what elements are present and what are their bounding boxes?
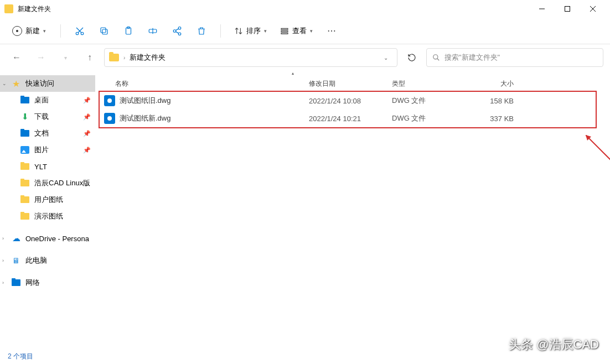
sidebar-item-downloads[interactable]: ⬇ 下载 📌 — [0, 108, 95, 125]
folder-icon — [20, 163, 29, 170]
search-icon — [432, 54, 440, 61]
sidebar-item-thispc[interactable]: › 🖥 此电脑 — [0, 252, 95, 269]
column-size[interactable]: 大小 — [469, 79, 514, 89]
sidebar-item-pictures[interactable]: 图片 📌 — [0, 142, 95, 158]
copy-button[interactable] — [94, 21, 114, 41]
refresh-button[interactable] — [402, 48, 422, 67]
sidebar-item-documents[interactable]: 文档 📌 — [0, 125, 95, 142]
svg-rect-22 — [281, 30, 288, 32]
navbar: ← → ▾ ↑ › 新建文件夹 ⌄ 搜索"新建文件夹" — [0, 44, 610, 71]
sidebar-item-demopics[interactable]: 演示图纸 — [0, 208, 95, 225]
search-input[interactable]: 搜索"新建文件夹" — [426, 48, 603, 67]
column-date[interactable]: 修改日期 — [309, 79, 392, 89]
svg-rect-23 — [281, 33, 288, 34]
pin-icon: 📌 — [83, 97, 91, 104]
chevron-right-icon: › — [2, 236, 4, 241]
sidebar-item-ylt[interactable]: YLT — [0, 158, 95, 175]
folder-icon — [20, 97, 29, 103]
new-label: 新建 — [25, 26, 40, 36]
file-list: ▴ 名称 修改日期 类型 大小 测试图纸旧.dwg 2022/1/24 10:0… — [95, 71, 610, 349]
chevron-right-icon: › — [2, 258, 4, 263]
file-date: 2022/1/24 10:08 — [309, 97, 392, 105]
sidebar-item-onedrive[interactable]: › ☁ OneDrive - Persona — [0, 230, 95, 247]
sidebar-item-userpics[interactable]: 用户图纸 — [0, 191, 95, 208]
star-icon: ★ — [11, 79, 21, 89]
pin-icon: 📌 — [83, 113, 91, 121]
svg-point-24 — [433, 55, 438, 59]
file-size: 337 KB — [469, 115, 514, 123]
cut-button[interactable] — [70, 21, 90, 41]
back-button[interactable]: ← — [7, 48, 27, 67]
toolbar: 新建 ▾ 排序 ▾ 查看 ▾ ⋯ — [0, 18, 610, 44]
file-size: 158 KB — [469, 97, 514, 105]
annotation-arrow — [586, 135, 610, 163]
svg-point-16 — [178, 33, 181, 35]
column-type[interactable]: 类型 — [392, 79, 469, 89]
titlebar: 新建文件夹 — [0, 0, 610, 18]
chevron-down-icon: ⌄ — [2, 81, 7, 86]
sidebar-item-cadlinux[interactable]: 浩辰CAD Linux版 — [0, 175, 95, 191]
cloud-icon: ☁ — [11, 233, 21, 243]
folder-icon — [109, 54, 119, 61]
file-type: DWG 文件 — [392, 96, 469, 106]
paste-button[interactable] — [118, 21, 138, 41]
more-button[interactable]: ⋯ — [322, 21, 342, 41]
rename-button[interactable] — [143, 21, 163, 41]
file-date: 2022/1/24 10:21 — [309, 115, 392, 123]
recent-dropdown[interactable]: ▾ — [55, 48, 75, 67]
folder-icon — [4, 4, 13, 13]
forward-button[interactable]: → — [31, 48, 51, 67]
download-icon: ⬇ — [20, 112, 30, 122]
folder-icon — [20, 213, 29, 220]
search-placeholder: 搜索"新建文件夹" — [444, 53, 500, 63]
sidebar: ⌄ ★ 快速访问 桌面 📌 ⬇ 下载 📌 文档 📌 图片 📌 YLT — [0, 71, 95, 349]
statusbar: 2 个项目 — [0, 349, 610, 364]
dwg-icon — [104, 95, 115, 106]
column-name[interactable]: 名称 — [104, 79, 309, 89]
svg-line-25 — [437, 59, 440, 61]
plus-icon — [12, 26, 22, 36]
breadcrumb[interactable]: 新建文件夹 — [130, 53, 166, 63]
pin-icon: 📌 — [83, 147, 91, 154]
address-bar[interactable]: › 新建文件夹 ⌄ — [104, 48, 397, 67]
separator-icon: › — [123, 55, 125, 61]
pc-icon: 🖥 — [11, 256, 21, 266]
sort-button[interactable]: 排序 ▾ — [230, 23, 271, 39]
item-count: 2 个项目 — [8, 352, 33, 361]
folder-icon — [20, 180, 29, 186]
pin-icon: 📌 — [83, 130, 91, 137]
chevron-down-icon: ▾ — [43, 28, 46, 34]
maximize-button[interactable] — [555, 0, 580, 18]
sidebar-item-network[interactable]: › 网络 — [0, 274, 95, 291]
minimize-button[interactable] — [529, 0, 555, 18]
svg-point-14 — [178, 27, 181, 29]
svg-line-18 — [175, 32, 178, 33]
dwg-icon — [104, 113, 115, 124]
file-name: 测试图纸旧.dwg — [120, 96, 309, 106]
window-title: 新建文件夹 — [18, 4, 529, 14]
file-row[interactable]: 测试图纸新.dwg 2022/1/24 10:21 DWG 文件 337 KB — [95, 110, 610, 127]
sort-label: 排序 — [246, 26, 261, 36]
sidebar-item-desktop[interactable]: 桌面 📌 — [0, 92, 95, 108]
up-button[interactable]: ↑ — [80, 48, 100, 67]
svg-line-17 — [175, 28, 178, 30]
network-icon — [12, 279, 20, 286]
new-button[interactable]: 新建 ▾ — [7, 23, 51, 39]
sidebar-item-quick-access[interactable]: ⌄ ★ 快速访问 — [0, 75, 95, 92]
svg-rect-9 — [101, 28, 106, 33]
delete-button[interactable] — [192, 21, 211, 41]
file-row[interactable]: 测试图纸旧.dwg 2022/1/24 10:08 DWG 文件 158 KB — [95, 92, 610, 110]
share-button[interactable] — [167, 21, 187, 41]
view-button[interactable]: 查看 ▾ — [276, 23, 317, 39]
sort-indicator-icon: ▴ — [292, 71, 294, 76]
chevron-down-icon: ▾ — [310, 28, 313, 34]
close-button[interactable] — [580, 0, 606, 18]
folder-icon — [20, 196, 29, 203]
image-icon — [20, 146, 29, 154]
file-name: 测试图纸新.dwg — [120, 113, 309, 123]
svg-rect-21 — [281, 28, 288, 29]
chevron-down-icon[interactable]: ⌄ — [379, 55, 392, 61]
svg-rect-8 — [102, 29, 107, 34]
chevron-right-icon: › — [2, 280, 4, 285]
svg-rect-1 — [565, 7, 570, 12]
